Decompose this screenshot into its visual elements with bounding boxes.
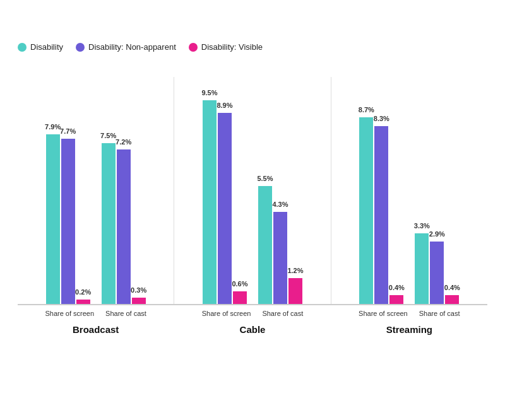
bar-rect — [102, 143, 116, 304]
bar-rect — [374, 126, 388, 304]
bottom-section-streaming: Share of screenShare of castStreaming — [331, 305, 487, 335]
bar-rect — [273, 212, 287, 304]
bar-col: 0.6% — [233, 90, 247, 304]
sublabel-text: Share of cast — [105, 309, 146, 318]
bar-value-label: 0.3% — [131, 286, 146, 294]
bar-rect — [218, 113, 232, 304]
bar-col: 0.4% — [445, 90, 459, 304]
bar-col: 7.7% — [61, 90, 75, 304]
bar-col: 5.5% — [258, 90, 272, 304]
bar-col: 8.3% — [374, 90, 388, 304]
bar-rect — [359, 117, 373, 304]
subgroup-cable-1: 5.5%4.3%1.2% — [258, 90, 302, 304]
legend-dot-non-apparent — [76, 43, 85, 52]
bar-rect — [430, 242, 444, 304]
bar-value-label: 0.2% — [75, 288, 91, 296]
bar-value-label: 2.9% — [429, 230, 445, 238]
bar-col: 7.9% — [46, 90, 60, 304]
subgroup-streaming-0: 8.7%8.3%0.4% — [359, 90, 403, 304]
bottom-section-cable: Share of screenShare of castCable — [174, 305, 330, 335]
bar-value-label: 3.3% — [414, 222, 430, 230]
bar-value-label: 0.6% — [232, 280, 247, 288]
bar-col: 7.2% — [117, 90, 131, 304]
bar-col: 7.5% — [102, 90, 116, 304]
legend-label-non-apparent: Disability: Non-apparent — [88, 42, 176, 52]
bar-rect — [76, 300, 90, 304]
category-label-streaming: Streaming — [386, 324, 432, 335]
bar-value-label: 8.9% — [217, 102, 232, 109]
subgroup-cable-0: 9.5%8.9%0.6% — [203, 90, 247, 304]
bars-section: 7.9%7.7%0.2%7.5%7.2%0.3%9.5%8.9%0.6%5.5%… — [18, 66, 487, 305]
bar-value-label: 0.4% — [444, 284, 460, 291]
legend-item-visible: Disability: Visible — [189, 42, 263, 52]
bar-value-label: 8.3% — [374, 115, 389, 122]
bar-rect — [117, 149, 131, 304]
bar-col: 2.9% — [430, 90, 444, 304]
bar-value-label: 5.5% — [257, 175, 273, 182]
legend-label-disability: Disability — [30, 42, 63, 52]
bar-col: 8.7% — [359, 90, 373, 304]
bar-value-label: 7.5% — [100, 132, 116, 139]
bar-value-label: 7.9% — [45, 123, 61, 131]
bar-value-label: 9.5% — [201, 89, 217, 96]
bar-col: 3.3% — [415, 90, 429, 304]
subgroup-broadcast-1: 7.5%7.2%0.3% — [102, 90, 146, 304]
bar-col: 4.3% — [273, 90, 287, 304]
bar-rect — [132, 298, 146, 304]
sublabel-text: Share of cast — [419, 309, 460, 318]
bar-rect — [258, 186, 272, 304]
legend-label-visible: Disability: Visible — [201, 42, 263, 52]
category-label-cable: Cable — [240, 324, 266, 335]
bar-rect — [61, 139, 75, 304]
bar-value-label: 8.7% — [359, 106, 374, 114]
bar-col: 0.3% — [132, 90, 146, 304]
legend-dot-disability — [18, 43, 27, 52]
chart-container: DisabilityDisability: Non-apparentDisabi… — [18, 15, 487, 335]
bar-col: 0.4% — [389, 90, 403, 304]
legend: DisabilityDisability: Non-apparentDisabi… — [18, 42, 487, 52]
bar-value-label: 0.4% — [389, 284, 405, 291]
bar-col: 1.2% — [288, 90, 302, 304]
bottom-section-broadcast: Share of screenShare of castBroadcast — [18, 305, 174, 335]
sublabel-text: Share of screen — [45, 309, 94, 318]
bar-group-broadcast: 7.9%7.7%0.2%7.5%7.2%0.3% — [18, 90, 174, 304]
bar-group-cable: 9.5%8.9%0.6%5.5%4.3%1.2% — [174, 90, 330, 304]
bar-rect — [445, 295, 459, 304]
bottom-row: Share of screenShare of castBroadcastSha… — [18, 305, 487, 335]
sublabel-row: Share of screenShare of cast — [359, 309, 460, 318]
bar-col: 0.2% — [76, 90, 90, 304]
subgroup-streaming-1: 3.3%2.9%0.4% — [415, 90, 459, 304]
bar-group-streaming: 8.7%8.3%0.4%3.3%2.9%0.4% — [331, 90, 487, 304]
category-label-broadcast: Broadcast — [73, 324, 119, 335]
sublabel-row: Share of screenShare of cast — [202, 309, 303, 318]
bar-rect — [389, 295, 403, 304]
bar-value-label: 7.2% — [116, 138, 131, 146]
legend-item-non-apparent: Disability: Non-apparent — [76, 42, 176, 52]
bar-rect — [46, 134, 60, 304]
subgroup-broadcast-0: 7.9%7.7%0.2% — [46, 90, 90, 304]
chart-title — [18, 15, 460, 31]
legend-dot-visible — [189, 43, 198, 52]
bar-value-label: 1.2% — [287, 267, 303, 274]
bar-rect — [415, 233, 429, 304]
sublabel-text: Share of cast — [262, 309, 303, 318]
sublabel-row: Share of screenShare of cast — [45, 309, 146, 318]
sublabel-text: Share of screen — [202, 309, 251, 318]
sublabel-text: Share of screen — [359, 309, 408, 318]
bar-col: 9.5% — [203, 90, 217, 304]
legend-item-disability: Disability — [18, 42, 63, 52]
bar-rect — [233, 291, 247, 304]
bar-value-label: 7.7% — [60, 127, 76, 135]
bar-rect — [203, 100, 217, 304]
bar-col: 8.9% — [218, 90, 232, 304]
bar-value-label: 4.3% — [272, 201, 288, 208]
bar-rect — [288, 278, 302, 304]
